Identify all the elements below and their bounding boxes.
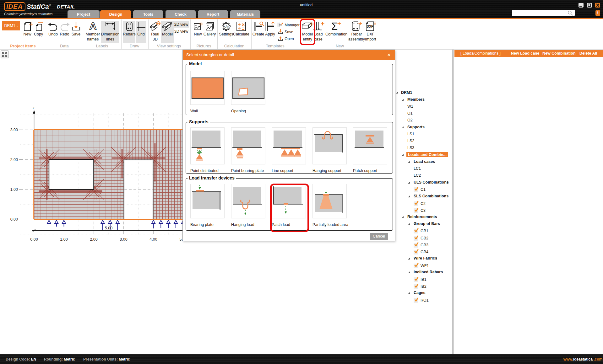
svg-text:0.00: 0.00 — [30, 237, 38, 242]
svg-text:0.00: 0.00 — [10, 217, 18, 222]
svg-text:2.00: 2.00 — [10, 158, 18, 162]
svg-text:1.00: 1.00 — [10, 187, 18, 192]
svg-text:</>: </> — [224, 25, 229, 29]
svg-text:5.00: 5.00 — [105, 226, 112, 230]
svg-text:DXF: DXF — [367, 24, 374, 28]
svg-text:A: A — [89, 20, 96, 32]
svg-text:z: z — [32, 106, 34, 110]
svg-text:2.00: 2.00 — [90, 237, 97, 242]
svg-text:3.00: 3.00 — [10, 128, 18, 132]
svg-text:3.00: 3.00 — [120, 237, 127, 242]
svg-text:4.00: 4.00 — [149, 237, 157, 242]
svg-text:Σ: Σ — [331, 20, 338, 32]
svg-text:1.00: 1.00 — [60, 237, 68, 242]
